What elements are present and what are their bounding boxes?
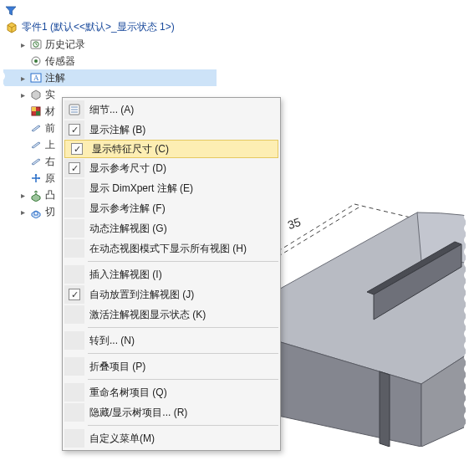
menu-item-label: 细节... (A) (89, 103, 273, 117)
menu-separator (88, 261, 278, 262)
menu-separator (88, 353, 278, 354)
plane-icon (29, 138, 43, 151)
menu-item[interactable]: 在动态视图模式下显示所有视图 (H) (63, 238, 280, 258)
tree-item-label: 上 (45, 138, 55, 152)
tree-item-label: 前 (45, 121, 55, 136)
detail-icon (68, 103, 81, 116)
tree-item-label: 右 (45, 155, 55, 169)
check-icon: ✓ (69, 124, 80, 136)
menu-item-label: 插入注解视图 (I) (89, 268, 273, 282)
tree-expander[interactable]: ▸ (18, 40, 27, 49)
menu-separator (88, 327, 278, 328)
funnel-icon (5, 5, 17, 17)
tree-expander[interactable]: ▸ (18, 191, 27, 200)
tree-item-label: 历史记录 (45, 38, 85, 52)
menu-separator (88, 379, 278, 380)
tree-item-label: 凸 (45, 188, 55, 202)
solid-icon (29, 88, 43, 101)
menu-item-label: 显示参考尺寸 (D) (89, 161, 273, 176)
menu-item[interactable]: 自定义菜单(M) (63, 428, 280, 448)
plane-icon (29, 121, 43, 135)
menu-item[interactable]: 转到... (N) (63, 330, 280, 351)
annotations-context-menu: 细节... (A)✓显示注解 (B)✓显示特征尺寸 (C)✓显示参考尺寸 (D)… (62, 97, 281, 451)
menu-item[interactable]: 插入注解视图 (I) (63, 264, 280, 284)
menu-item[interactable]: ✓显示参考尺寸 (D) (63, 158, 280, 178)
menu-item[interactable]: ✓显示特征尺寸 (C) (64, 140, 278, 158)
menu-item[interactable]: 细节... (A) (63, 100, 280, 120)
menu-item-label: 动态注解视图 (G) (89, 222, 273, 236)
menu-item-label: 自动放置到注解视图 (J) (89, 288, 273, 302)
menu-item[interactable]: ✓显示注解 (B) (63, 120, 280, 140)
menu-item-label: 重命名树项目 (Q) (89, 386, 273, 400)
svg-text:A: A (33, 74, 39, 82)
tree-item[interactable]: ▸A注解 (3, 69, 217, 86)
tree-item-label: 传感器 (45, 54, 75, 69)
material-icon (29, 105, 43, 118)
tree-expander[interactable]: ▸ (18, 74, 27, 83)
menu-item-label: 隐藏/显示树项目... (R) (89, 406, 273, 420)
plane-icon (29, 155, 43, 168)
menu-item[interactable]: ✓自动放置到注解视图 (J) (63, 284, 280, 305)
check-icon: ✓ (69, 289, 80, 300)
menu-item-label: 显示参考注解 (F) (89, 202, 273, 216)
menu-item-label: 显示 DimXpert 注解 (E) (89, 182, 273, 196)
menu-item-label: 显示特征尺寸 (C) (92, 142, 271, 156)
menu-item[interactable]: 折叠项目 (P) (63, 356, 280, 376)
extrude-icon (29, 188, 43, 202)
menu-item[interactable]: 激活注解视图显示状态 (K) (63, 305, 280, 325)
tree-item[interactable]: ▸历史记录 (3, 36, 217, 53)
check-icon: ✓ (71, 143, 83, 155)
svg-marker-9 (380, 371, 390, 447)
svg-rect-17 (32, 107, 36, 111)
cut-icon (29, 205, 43, 218)
tree-item-label: 注解 (45, 71, 65, 85)
sensor-icon (29, 54, 43, 68)
menu-item[interactable]: 显示 DimXpert 注解 (E) (63, 178, 280, 198)
origin-icon (29, 171, 43, 185)
tree-item-label: 实 (45, 88, 55, 102)
tree-item-label: 材 (45, 105, 55, 119)
menu-item[interactable]: 显示参考注解 (F) (63, 198, 280, 218)
tree-root-label: 零件1 (默认<<默认>_显示状态 1>) (22, 20, 175, 34)
menu-item-label: 激活注解视图显示状态 (K) (89, 308, 273, 322)
tree-item-label: 切 (45, 205, 55, 219)
tree-expander[interactable]: ▸ (18, 90, 27, 100)
menu-item-label: 自定义菜单(M) (89, 432, 273, 446)
check-icon: ✓ (69, 162, 80, 174)
tree-root-item[interactable]: 零件1 (默认<<默认>_显示状态 1>) (3, 18, 217, 36)
menu-item[interactable]: 隐藏/显示树项目... (R) (63, 402, 280, 422)
history-icon (29, 38, 43, 51)
menu-item-label: 显示注解 (B) (89, 123, 273, 137)
tree-expander[interactable]: ▸ (18, 207, 27, 217)
tree-item-label: 原 (45, 171, 55, 186)
annotation-icon: A (29, 71, 43, 84)
menu-separator (88, 425, 278, 426)
svg-rect-19 (34, 212, 38, 215)
svg-rect-18 (36, 111, 40, 115)
part-icon (5, 21, 18, 34)
tree-item[interactable]: 传感器 (3, 53, 217, 69)
svg-point-13 (34, 59, 38, 63)
filter-bar[interactable] (3, 3, 217, 18)
menu-item[interactable]: 重命名树项目 (Q) (63, 382, 280, 402)
menu-item-label: 转到... (N) (89, 334, 273, 348)
menu-item-label: 在动态视图模式下显示所有视图 (H) (89, 242, 273, 256)
menu-item-label: 折叠项目 (P) (89, 360, 273, 374)
menu-item[interactable]: 动态注解视图 (G) (63, 218, 280, 238)
